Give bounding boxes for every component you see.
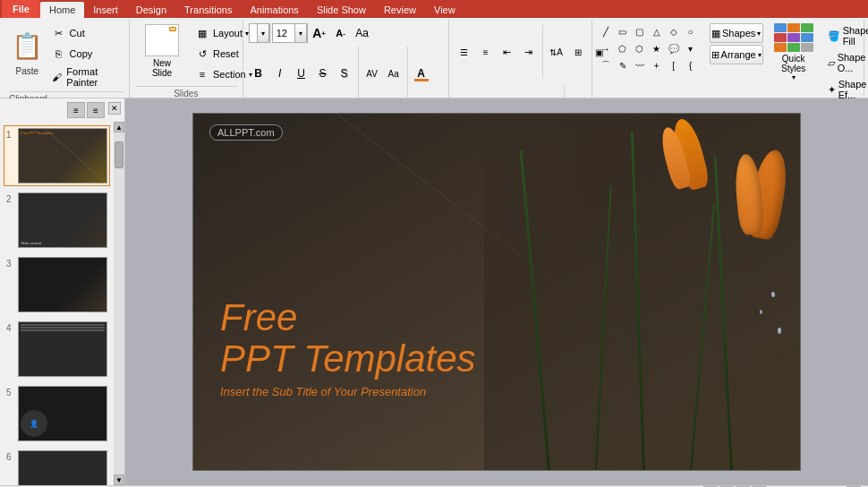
text-direction-button[interactable]: ⇅A xyxy=(547,42,566,62)
content-area: ALLPPT.com Free PPT Templates Insert the… xyxy=(125,98,868,485)
scrollbar-thumb[interactable] xyxy=(115,141,123,168)
tab-slideshow[interactable]: Slide Show xyxy=(308,2,375,18)
quick-styles-grid xyxy=(774,23,813,52)
bold-button[interactable]: B xyxy=(249,64,268,83)
slides-tab[interactable]: ≡ xyxy=(67,102,85,118)
cut-icon: ✂ xyxy=(51,25,67,41)
font-name-arrow[interactable]: ▾ xyxy=(257,23,269,43)
triangle-shape[interactable]: △ xyxy=(649,23,665,39)
line-shape[interactable]: ╱ xyxy=(598,23,614,39)
slide-preview-4 xyxy=(18,321,107,377)
layout-icon: ▦ xyxy=(194,25,210,41)
slide-preview-5: 👤 xyxy=(18,386,107,441)
tab-transitions[interactable]: Transitions xyxy=(175,2,241,18)
curve-shape[interactable]: ⌒ xyxy=(598,57,614,73)
slide-thumb-4[interactable]: 4 xyxy=(4,319,110,380)
clear-format-button[interactable]: Aa xyxy=(353,23,372,43)
callout-shape[interactable]: 💬 xyxy=(666,40,682,56)
font-group: ▾ 12 ▾ A+ A- Aa B I U S S xyxy=(243,20,449,98)
slide-preview-2: Slide content xyxy=(18,192,107,248)
grow-font-button[interactable]: A+ xyxy=(310,23,329,43)
shapes-icon: ▦ xyxy=(711,28,720,39)
shape-fill-button[interactable]: 🪣 Shape Fill ▾ xyxy=(824,23,868,48)
text-shadow-button[interactable]: S xyxy=(335,64,354,83)
slide-panel-scrollbar[interactable]: ▲ ▼ xyxy=(114,122,124,485)
change-case-button[interactable]: Aa xyxy=(384,64,404,83)
slide-preview-6 xyxy=(18,450,107,485)
slide-title[interactable]: Free PPT Templates xyxy=(220,297,476,380)
hexagon-shape[interactable]: ⬡ xyxy=(632,40,648,56)
underline-button[interactable]: U xyxy=(292,64,311,83)
quick-styles-arrow: ▾ xyxy=(792,73,796,81)
slide-panel: ≡ ≡ ✕ 1 Free PPT Templates xyxy=(0,98,125,485)
brace-shape[interactable]: { xyxy=(683,57,699,73)
shapes-button[interactable]: ▦ Shapes ▾ xyxy=(710,23,763,43)
slide-subtitle[interactable]: Insert the Sub Title of Your Presentatio… xyxy=(220,385,476,398)
star-shape[interactable]: ★ xyxy=(649,40,665,56)
increase-indent-button[interactable]: ⇥ xyxy=(519,42,539,62)
section-icon: ≡ xyxy=(194,66,210,82)
tab-insert[interactable]: Insert xyxy=(84,2,127,18)
new-slide-button[interactable]: NewSlide xyxy=(135,21,189,81)
arrow-shape[interactable]: → xyxy=(598,40,614,56)
freeform-shape[interactable]: ✎ xyxy=(615,57,631,73)
more-shapes[interactable]: ▾ xyxy=(683,40,699,56)
format-painter-button[interactable]: 🖌 Format Painter xyxy=(47,64,123,90)
strikethrough-button[interactable]: S xyxy=(313,64,333,83)
shapes-arrow: ▾ xyxy=(757,30,761,38)
scroll-down-button[interactable]: ▼ xyxy=(114,474,124,485)
italic-button[interactable]: I xyxy=(270,64,290,83)
bracket-shape[interactable]: [ xyxy=(666,57,682,73)
char-spacing-button[interactable]: AV xyxy=(362,64,382,83)
shape-outline-icon: ▱ xyxy=(828,57,835,69)
plus-shape[interactable]: + xyxy=(649,57,665,73)
pentagon-shape[interactable]: ⬠ xyxy=(615,40,631,56)
quick-styles-button[interactable]: QuickStyles ▾ xyxy=(774,23,813,81)
scribble-shape[interactable]: 〰 xyxy=(632,57,648,73)
diamond-shape[interactable]: ◇ xyxy=(666,23,682,39)
tab-file[interactable]: File xyxy=(2,0,40,18)
new-slide-label: NewSlide xyxy=(152,58,172,78)
main-slide[interactable]: ALLPPT.com Free PPT Templates Insert the… xyxy=(192,113,801,471)
font-size-input[interactable]: 12 xyxy=(273,28,294,38)
rect-shape[interactable]: ▭ xyxy=(615,23,631,39)
slide-thumb-3[interactable]: 3 xyxy=(4,254,110,315)
slide-thumb-5[interactable]: 5 👤 xyxy=(4,383,110,444)
font-color-button[interactable]: A xyxy=(412,64,431,83)
shrink-font-button[interactable]: A- xyxy=(331,23,351,43)
tab-design[interactable]: Design xyxy=(127,2,175,18)
shapes-palette: ╱ ▭ ▢ △ ◇ ○ → ⬠ ⬡ ★ 💬 ▾ ⌒ ✎ 〰 xyxy=(598,23,699,73)
rounded-rect-shape[interactable]: ▢ xyxy=(632,23,648,39)
oval-shape[interactable]: ○ xyxy=(683,23,699,39)
flower-area xyxy=(484,114,800,470)
shape-effects-icon: ✦ xyxy=(828,84,836,96)
slide-thumb-2[interactable]: 2 Slide content xyxy=(4,190,110,251)
arrange-arrow: ▾ xyxy=(758,51,762,59)
scrollbar-track[interactable] xyxy=(114,132,124,474)
copy-button[interactable]: ⎘ Copy xyxy=(47,44,123,64)
numbered-list-button[interactable]: ≡ xyxy=(476,42,496,62)
bullet-list-button[interactable]: ☰ xyxy=(455,42,474,62)
tab-view[interactable]: View xyxy=(425,2,464,18)
tab-animations[interactable]: Animations xyxy=(241,2,307,18)
scroll-up-button[interactable]: ▲ xyxy=(114,122,124,132)
cut-button[interactable]: ✂ Cut xyxy=(47,23,123,43)
decrease-indent-button[interactable]: ⇤ xyxy=(498,42,517,62)
paragraph-group: ☰ ≡ ⇤ ⇥ ⇅A ⊞ ▣ ≡ ≡ ≡ ≡ ⋮ ↕ xyxy=(449,20,592,98)
slides-group: NewSlide ▦ Layout ▾ ↺ Reset ≡ xyxy=(130,20,243,98)
tab-review[interactable]: Review xyxy=(375,2,425,18)
font-size-arrow[interactable]: ▾ xyxy=(294,23,307,43)
slide-logo: ALLPPT.com xyxy=(209,124,283,141)
svg-line-0 xyxy=(46,129,106,183)
arrange-button[interactable]: ⊞ Arrange ▾ xyxy=(710,45,763,64)
tab-home[interactable]: Home xyxy=(40,2,84,18)
reset-icon: ↺ xyxy=(194,46,210,62)
shape-outline-button[interactable]: ▱ Shape O... ▾ xyxy=(824,50,868,75)
outline-tab[interactable]: ≡ xyxy=(87,102,105,118)
paste-icon: 📋 xyxy=(11,27,43,66)
slide-thumb-6[interactable]: 6 xyxy=(4,448,110,485)
slide-thumb-1[interactable]: 1 Free PPT Templates xyxy=(4,125,110,186)
paste-button[interactable]: 📋 Paste xyxy=(9,21,46,81)
panel-close-button[interactable]: ✕ xyxy=(108,102,121,115)
text-align-button[interactable]: ⊞ xyxy=(568,42,588,62)
